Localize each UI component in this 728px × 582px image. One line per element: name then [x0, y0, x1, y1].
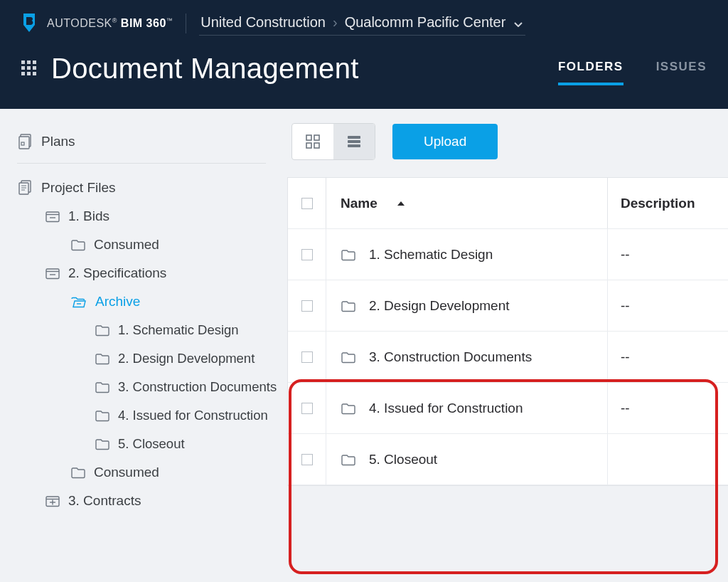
- tree-label: 1. Bids: [68, 208, 109, 224]
- view-toggle: [291, 123, 375, 160]
- table-row[interactable]: 2. Design Development --: [288, 280, 728, 332]
- tree-label: Consumed: [94, 237, 159, 253]
- folder-open-icon: [71, 295, 87, 308]
- breadcrumb: United Construction › Qualcomm Pacific C…: [199, 11, 525, 36]
- tree-item-closeout[interactable]: 5. Closeout: [16, 430, 287, 458]
- row-description: --: [621, 298, 630, 314]
- tree-item-bids-consumed[interactable]: Consumed: [16, 231, 287, 259]
- folder-icon: [341, 300, 356, 312]
- row-checkbox[interactable]: [301, 454, 313, 465]
- upload-button[interactable]: Upload: [392, 124, 498, 159]
- chevron-right-icon: ›: [333, 14, 338, 31]
- row-name: 5. Closeout: [369, 452, 437, 467]
- tree-item-specs-consumed[interactable]: Consumed: [16, 458, 287, 487]
- row-name: 3. Construction Documents: [369, 349, 532, 365]
- folder-icon: [46, 494, 60, 507]
- row-name: 1. Schematic Design: [369, 247, 493, 263]
- folder-icon: [95, 438, 109, 450]
- tree-label: 3. Construction Documents: [118, 379, 277, 395]
- grid-view-button[interactable]: [292, 124, 333, 159]
- project-files-icon: [18, 180, 33, 196]
- tree-item-contracts[interactable]: 3. Contracts: [16, 487, 287, 515]
- table-header: Name Description: [288, 178, 728, 229]
- sidebar-plans[interactable]: Plans: [16, 127, 287, 156]
- plans-icon: [18, 134, 33, 149]
- sort-asc-icon: [396, 199, 406, 207]
- brand-divider: [186, 14, 186, 33]
- tree-label: 4. Issued for Construction: [118, 408, 268, 423]
- tab-issues[interactable]: ISSUES: [656, 54, 707, 85]
- folder-icon: [95, 381, 109, 393]
- folder-icon: [341, 453, 356, 466]
- folder-table: Name Description 1. Schematic Design --: [287, 177, 728, 486]
- tree-label: Archive: [95, 294, 140, 309]
- tree-label: 2. Design Development: [118, 351, 255, 366]
- tree-label: 5. Closeout: [118, 436, 185, 452]
- col-description[interactable]: Description: [607, 178, 728, 228]
- tree-item-archive[interactable]: Archive: [16, 287, 287, 316]
- table-row[interactable]: 1. Schematic Design --: [288, 229, 728, 280]
- page-title: Document Management: [51, 53, 359, 85]
- tree-label: 2. Specifications: [68, 265, 166, 281]
- folder-icon: [341, 351, 356, 364]
- tree-item-construction-documents[interactable]: 3. Construction Documents: [16, 373, 287, 401]
- sidebar-separator: [17, 163, 266, 164]
- breadcrumb-org[interactable]: United Construction: [200, 14, 326, 31]
- tab-folders[interactable]: FOLDERS: [558, 54, 623, 85]
- tree-item-bids[interactable]: 1. Bids: [16, 202, 287, 231]
- main-pane: Upload Name Description 1. Schematic Des…: [287, 109, 728, 582]
- table-row[interactable]: 4. Issued for Construction --: [288, 383, 728, 434]
- sidebar-project-files-label: Project Files: [41, 180, 116, 196]
- folder-icon: [95, 409, 109, 422]
- col-description-label: Description: [621, 196, 695, 211]
- row-name: 4. Issued for Construction: [369, 401, 523, 416]
- col-name[interactable]: Name: [326, 196, 607, 211]
- table-row[interactable]: 5. Closeout: [288, 434, 728, 485]
- tree-item-schematic-design[interactable]: 1. Schematic Design: [16, 316, 287, 344]
- row-name: 2. Design Development: [369, 298, 510, 314]
- row-checkbox[interactable]: [301, 300, 313, 312]
- tree-item-issued-for-construction[interactable]: 4. Issued for Construction: [16, 401, 287, 430]
- sidebar-project-files[interactable]: Project Files: [16, 174, 287, 202]
- tree-item-design-development[interactable]: 2. Design Development: [16, 344, 287, 373]
- chevron-down-icon[interactable]: [513, 18, 524, 27]
- primary-tabs: FOLDERS ISSUES: [558, 54, 707, 85]
- titlebar: Document Management FOLDERS ISSUES: [21, 53, 707, 85]
- table-row[interactable]: 3. Construction Documents --: [288, 332, 728, 383]
- row-description: --: [621, 401, 630, 416]
- folder-icon: [95, 352, 109, 365]
- sidebar-plans-label: Plans: [41, 134, 75, 149]
- row-checkbox[interactable]: [301, 351, 313, 363]
- tree-label: 3. Contracts: [68, 493, 141, 509]
- col-name-label: Name: [341, 196, 378, 211]
- topbar: AUTODESK® BIM 360™ United Construction ›…: [0, 0, 728, 109]
- folder-icon: [71, 466, 85, 479]
- sidebar: Plans Project Files 1. Bids Consumed 2. …: [0, 109, 287, 582]
- folder-icon: [46, 267, 60, 280]
- row-description: --: [621, 349, 630, 365]
- row-description: --: [621, 247, 630, 263]
- folder-icon: [46, 210, 60, 223]
- breadcrumb-project[interactable]: Qualcomm Pacific Center: [345, 14, 506, 31]
- tree-label: Consumed: [94, 465, 159, 480]
- folder-icon: [71, 238, 85, 251]
- toolbar: Upload: [287, 123, 728, 160]
- apps-grid-icon[interactable]: [21, 60, 38, 78]
- content: Plans Project Files 1. Bids Consumed 2. …: [0, 109, 728, 582]
- list-view-button[interactable]: [333, 124, 375, 159]
- bim360-logo-icon: [21, 14, 37, 33]
- brand-row: AUTODESK® BIM 360™ United Construction ›…: [21, 7, 707, 40]
- row-checkbox[interactable]: [301, 403, 313, 414]
- folder-icon: [341, 402, 356, 415]
- row-checkbox[interactable]: [301, 249, 313, 260]
- folder-icon: [95, 324, 109, 337]
- folder-icon: [341, 248, 356, 261]
- select-all-checkbox[interactable]: [301, 198, 313, 209]
- tree-item-specifications[interactable]: 2. Specifications: [16, 259, 287, 287]
- tree-label: 1. Schematic Design: [118, 322, 239, 338]
- brand-text: AUTODESK® BIM 360™: [47, 17, 173, 30]
